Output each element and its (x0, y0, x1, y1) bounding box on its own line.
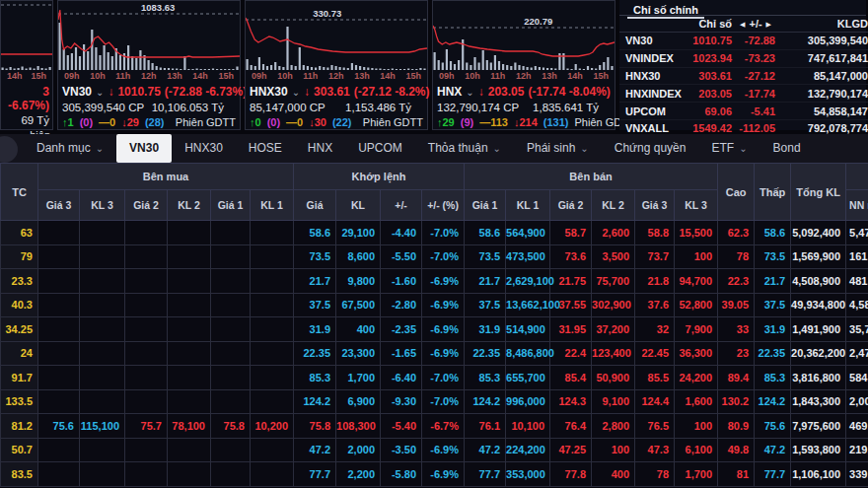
ceiling-count: (9) (461, 116, 473, 129)
index-name[interactable]: VN30 (62, 85, 92, 99)
cell-s-kl1: 224,200 (506, 438, 550, 462)
chart-panel-hnx30: 330.7309h10h11h12h13h14h15hHNX30⌄↓303.61… (245, 0, 428, 130)
cell-nn-mua: 4,589 (846, 293, 868, 317)
tab-hose[interactable]: HOSE (236, 134, 295, 163)
time-axis: 09h10h11h12h13h14h15h (433, 71, 615, 82)
cell-s-kl1: 564,900 (506, 221, 550, 245)
tab-danh-muc[interactable]: Danh mục⌄ (24, 134, 116, 163)
advance-decline-line: ↑1(0)—0↓29(28)Phiên GDTT (58, 114, 240, 129)
index-name[interactable]: HNX (437, 85, 462, 99)
cell-b-gia2 (125, 317, 168, 342)
cell-b-gia2 (125, 462, 168, 487)
cell-s-gia1: 76.1 (465, 414, 506, 439)
cell-nn-mua: 5,474 (846, 221, 868, 245)
time-label: 13h (542, 71, 557, 82)
index-row-klgd: 85,147,000 (779, 70, 868, 82)
cell-s-kl1: 2,629,100 (506, 269, 550, 294)
cell-tc: 50.7 (1, 438, 38, 462)
tab-bond[interactable]: Bond (760, 134, 814, 163)
tab-hnx[interactable]: HNX (295, 134, 345, 163)
cell-s-kl2: 302,900 (592, 293, 635, 317)
indices-tabrow: Chỉ số chính (619, 0, 866, 16)
cell-b-gia3: 75.6 (38, 414, 80, 439)
cell-s-kl2: 50,900 (592, 366, 635, 390)
cell-b-kl3 (80, 341, 125, 366)
board-row[interactable]: 50.747.22,000-3.50-6.9%47.2224,20047.251… (1, 438, 868, 462)
cell-tc: 34.25 (1, 317, 38, 342)
sort-left-arrow-icon: ◀ (740, 21, 749, 28)
cell-tong-kl: 49,934,800 (791, 293, 846, 317)
cell-m-gia: 77.7 (294, 462, 336, 487)
board-row[interactable]: 7973.58,600-5.50-7.0%73.5473,50073.63,50… (1, 244, 868, 269)
cell-s-gia3: 85.5 (635, 366, 675, 390)
tab-main-indices[interactable]: Chỉ số chính (627, 3, 704, 19)
cell-m-kl: 1,700 (336, 366, 381, 390)
tab-hnx30[interactable]: HNX30 (172, 134, 236, 163)
cell-s-gia2: 77.8 (550, 462, 592, 487)
index-row[interactable]: UPCOM69.06-5.4154,858,14780 (619, 103, 868, 120)
board-row[interactable]: 23.321.79,800-1.60-6.9%21.72,629,10021.7… (1, 269, 868, 294)
cell-m-gia: 58.6 (294, 221, 336, 245)
index-name[interactable]: HNX30 (250, 85, 288, 99)
cell-thap: 75.6 (755, 414, 791, 439)
cell-nn-mua: 339,5 (846, 462, 868, 487)
index-row-klgd: 132,790,174 (779, 88, 868, 100)
cell-b-kl3 (80, 462, 125, 487)
cell-b-kl3 (80, 269, 125, 294)
cell-tc: 40.3 (1, 293, 38, 317)
tab-etf[interactable]: ETF⌄ (698, 134, 760, 163)
tab-vn30[interactable]: VN30 (116, 134, 172, 163)
tab-upcom[interactable]: UPCOM (345, 134, 415, 163)
cell-s-kl1: 996,000 (506, 389, 550, 414)
cell-s-gia1: 47.2 (465, 438, 506, 462)
chevron-down-icon[interactable]: ⌄ (292, 86, 300, 100)
cell-s-gia3: 32 (635, 317, 675, 342)
cell-m-kl: 108,300 (336, 414, 381, 439)
price-board-header: TC Bên mua Khớp lệnh Bên bán Cao Thấp Tổ… (1, 164, 868, 221)
index-value: 203.05 (488, 85, 525, 99)
board-row[interactable]: 6358.629,100-4.40-7.0%58.6564,90058.72,6… (1, 221, 868, 245)
tab-chung-quyen[interactable]: Chứng quyền (602, 134, 699, 163)
cell-tong-kl: 1,491,900 (791, 317, 846, 342)
index-row[interactable]: HNXINDEX203.05-17.74132,790,1741,8 (619, 85, 868, 103)
collapse-button[interactable] (0, 136, 18, 163)
cell-s-kl1: 514,900 (506, 317, 550, 342)
cell-b-gia2: 75.7 (125, 414, 168, 439)
cell-s-kl1: 13,662,100 (506, 293, 550, 317)
tab-thoa-thuan[interactable]: Thỏa thuận⌄ (415, 134, 514, 163)
decliners-count: ↓29 (121, 116, 139, 129)
tab-phai-sinh[interactable]: Phái sinh⌄ (514, 134, 602, 163)
time-label: 11h (303, 71, 318, 82)
index-row[interactable]: HNX30303.61-27.1285,147,0001,1 (619, 68, 868, 86)
cell-m-kl: 67,500 (336, 293, 381, 317)
cell-b-gia1 (211, 269, 251, 294)
index-row-change: -112.05 (736, 122, 779, 134)
decliners-count: ↓30 (309, 116, 326, 129)
svg-text:220.79: 220.79 (524, 16, 552, 27)
chevron-down-icon[interactable]: ⌄ (466, 86, 473, 100)
board-row[interactable]: 40.337.567,500-2.80-6.9%37.513,662,10037… (1, 293, 868, 317)
cell-s-gia1: 73.5 (465, 244, 506, 269)
cell-m-chg: -1.65 (381, 341, 422, 366)
cell-b-kl2 (168, 221, 211, 245)
time-label: 12h (141, 71, 157, 82)
cell-s-kl1: 473,500 (506, 244, 550, 269)
board-row[interactable]: 91.785.31,700-6.40-7.0%85.3655,70085.450… (1, 366, 868, 390)
chevron-down-icon[interactable]: ⌄ (96, 86, 104, 100)
index-row[interactable]: VNINDEX1023.94-73.23747,617,84117,5 (619, 50, 868, 68)
indices-header-change[interactable]: ◀+/-▶ (736, 18, 779, 30)
advance-decline-line: ↑29(9)—113↓214(131)Phiên GDTT (433, 114, 615, 129)
time-label: 14h (380, 71, 396, 82)
board-row[interactable]: 34.2531.9400-2.35-6.9%31.9514,90031.9537… (1, 317, 868, 342)
board-row[interactable]: 2422.3523,300-1.65-6.9%22.358,486,80022.… (1, 341, 868, 366)
cell-s-kl1: 353,000 (506, 462, 550, 487)
cell-cao: 78 (718, 244, 755, 269)
board-row[interactable]: 83.577.72,200-5.80-6.9%77.7353,00077.840… (1, 462, 868, 487)
header-b-gia1: Giá 1 (211, 190, 251, 221)
price-board-body: 6358.629,100-4.40-7.0%58.6564,90058.72,6… (1, 221, 868, 487)
board-row[interactable]: 81.275.6115,10075.778,10075.810,20075.81… (1, 414, 868, 439)
index-row[interactable]: VN301010.75-72.88305,399,54010,1 (619, 33, 868, 50)
cell-tong-kl: 1,569,900 (791, 244, 846, 269)
cell-nn-mua: 481,7 (846, 269, 868, 294)
board-row[interactable]: 133.5124.26,900-9.30-7.0%124.2996,000124… (1, 389, 868, 414)
